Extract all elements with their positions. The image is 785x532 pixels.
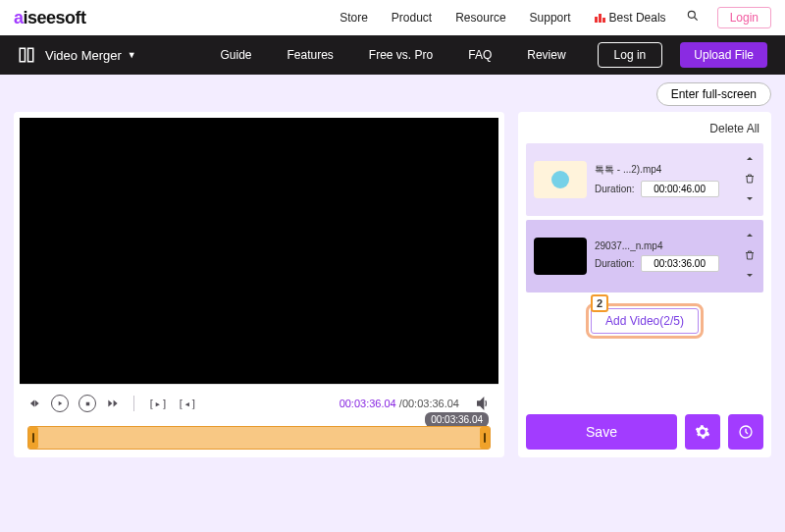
- topnav-best-deals[interactable]: Best Deals: [595, 11, 666, 25]
- topnav-product[interactable]: Product: [392, 11, 432, 25]
- best-deals-icon: [595, 14, 605, 23]
- volume-icon[interactable]: [475, 396, 491, 411]
- svg-point-0: [688, 11, 695, 18]
- clip-name: 톡톡 - ...2).mp4: [595, 163, 736, 177]
- search-icon[interactable]: [686, 9, 700, 27]
- duration-label: Duration:: [595, 184, 635, 194]
- topnav-support[interactable]: Support: [530, 11, 571, 25]
- upload-file-button[interactable]: Upload File: [680, 42, 767, 68]
- sub-nav: Video Merger ▼ Guide Features Free vs. P…: [0, 35, 785, 75]
- svg-rect-2: [20, 48, 25, 62]
- mark-out-button[interactable]: [◂]: [178, 398, 197, 410]
- move-down-icon[interactable]: [744, 190, 756, 208]
- subnav-free-vs-pro[interactable]: Free vs. Pro: [369, 48, 433, 62]
- settings-button[interactable]: [685, 414, 720, 450]
- divider: [133, 396, 134, 411]
- topnav-resource[interactable]: Resource: [455, 11, 505, 25]
- timeline-wrap: 00:03:36.04: [20, 426, 498, 450]
- subnav-title[interactable]: Video Merger ▼: [45, 48, 136, 63]
- move-down-icon[interactable]: [744, 267, 756, 285]
- login-button-top[interactable]: Login: [717, 7, 771, 28]
- move-up-icon[interactable]: [744, 228, 756, 245]
- timeline-time-badge: 00:03:36.04: [425, 412, 489, 427]
- svg-rect-3: [28, 48, 33, 62]
- clip-thumbnail: [534, 238, 587, 275]
- video-merger-icon: [18, 46, 35, 64]
- login-button-sub[interactable]: Log in: [598, 42, 663, 68]
- timeline[interactable]: [27, 426, 491, 450]
- brand-logo[interactable]: aiseesoft: [14, 8, 86, 28]
- timeline-handle-left[interactable]: [28, 427, 38, 449]
- subnav-faq[interactable]: FAQ: [468, 48, 492, 62]
- video-preview[interactable]: [20, 118, 498, 385]
- duration-input[interactable]: [641, 255, 719, 272]
- time-total: /00:03:36.04: [399, 398, 459, 409]
- rewind-button[interactable]: [27, 397, 41, 410]
- history-button[interactable]: [728, 414, 763, 450]
- save-button[interactable]: Save: [526, 414, 677, 450]
- forward-button[interactable]: [106, 397, 120, 410]
- time-current: 00:03:36.04: [340, 398, 396, 409]
- top-nav: aiseesoft Store Product Resource Support…: [0, 0, 785, 35]
- subnav-guide[interactable]: Guide: [220, 48, 251, 62]
- stop-button[interactable]: [78, 395, 96, 412]
- mark-in-button[interactable]: [▸]: [148, 398, 168, 410]
- clip-item[interactable]: 톡톡 - ...2).mp4 Duration:: [526, 143, 763, 216]
- player-panel: [▸] [◂] 00:03:36.04 /00:03:36.04 00:03:3…: [14, 112, 504, 457]
- clips-panel: Delete All 톡톡 - ...2).mp4 Duration:: [518, 112, 771, 457]
- subnav-features[interactable]: Features: [288, 48, 334, 62]
- duration-input[interactable]: [641, 181, 719, 197]
- chevron-down-icon: ▼: [128, 50, 136, 60]
- subnav-review[interactable]: Review: [527, 48, 565, 62]
- timeline-handle-right[interactable]: [480, 427, 490, 449]
- move-up-icon[interactable]: [744, 151, 756, 169]
- delete-all-button[interactable]: Delete All: [526, 118, 763, 143]
- delete-icon[interactable]: [744, 247, 756, 265]
- svg-rect-4: [85, 401, 89, 405]
- clip-name: 29037..._n.mp4: [595, 240, 736, 251]
- clip-item[interactable]: 29037..._n.mp4 Duration:: [526, 220, 763, 293]
- topnav-store[interactable]: Store: [340, 11, 368, 25]
- clip-thumbnail: [534, 161, 587, 198]
- svg-line-1: [694, 18, 697, 21]
- stage: Enter full-screen [▸] [◂]: [0, 75, 785, 467]
- best-deals-label: Best Deals: [609, 11, 666, 25]
- play-button[interactable]: [51, 395, 69, 412]
- add-video-button[interactable]: Add Video(2/5): [591, 308, 699, 334]
- step-badge: 2: [591, 294, 608, 312]
- duration-label: Duration:: [595, 258, 635, 269]
- subnav-title-label: Video Merger: [45, 48, 122, 63]
- enter-fullscreen-button[interactable]: Enter full-screen: [656, 82, 771, 106]
- time-display: 00:03:36.04 /00:03:36.04: [340, 398, 459, 409]
- delete-icon[interactable]: [744, 171, 756, 188]
